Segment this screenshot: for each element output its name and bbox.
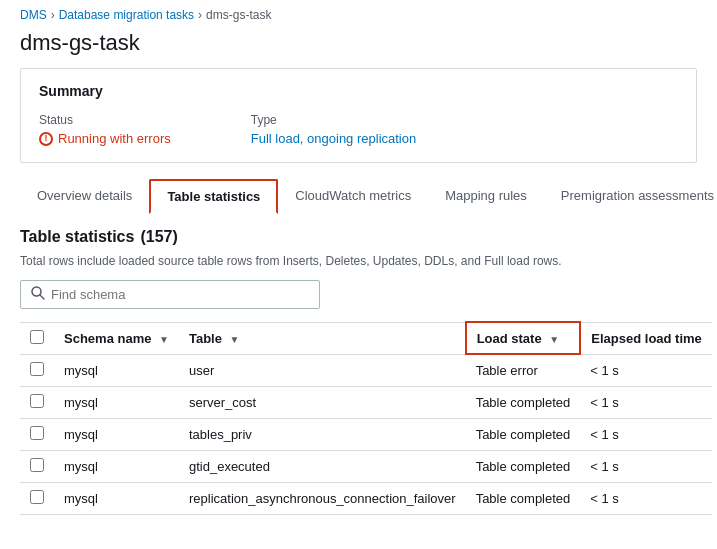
row-checkbox-cell	[20, 450, 54, 482]
status-text: Running with errors	[58, 131, 171, 146]
row-schema: mysql	[54, 450, 179, 482]
row-table: user	[179, 354, 466, 386]
search-input[interactable]	[51, 287, 309, 302]
breadcrumb-dms[interactable]: DMS	[20, 8, 47, 22]
table-row: mysql gtid_executed Table completed < 1 …	[20, 450, 712, 482]
status-field: Status ! Running with errors	[39, 113, 171, 146]
col-checkbox	[20, 322, 54, 354]
table-row: mysql server_cost Table completed < 1 s	[20, 386, 712, 418]
breadcrumb-current: dms-gs-task	[206, 8, 271, 22]
row-schema: mysql	[54, 386, 179, 418]
row-checkbox-cell	[20, 418, 54, 450]
row-schema: mysql	[54, 354, 179, 386]
row-schema: mysql	[54, 482, 179, 514]
row-load-state: Table completed	[466, 450, 581, 482]
breadcrumb-sep-1: ›	[51, 8, 55, 22]
table-row: mysql tables_priv Table completed < 1 s	[20, 418, 712, 450]
col-load-state: Load state ▼	[466, 322, 581, 354]
table-row: mysql replication_asynchronous_connectio…	[20, 482, 712, 514]
svg-line-1	[40, 295, 44, 299]
breadcrumb: DMS › Database migration tasks › dms-gs-…	[0, 0, 717, 26]
row-load-state: Table completed	[466, 482, 581, 514]
col-table: Table ▼	[179, 322, 466, 354]
tab-cloudwatch[interactable]: CloudWatch metrics	[278, 179, 428, 214]
row-elapsed: < 1 s	[580, 418, 712, 450]
data-table: Schema name ▼ Table ▼ Load state ▼ Elaps…	[20, 321, 712, 515]
summary-card: Summary Status ! Running with errors Typ…	[20, 68, 697, 163]
col-schema: Schema name ▼	[54, 322, 179, 354]
load-state-sort-icon[interactable]: ▼	[549, 334, 559, 345]
row-schema: mysql	[54, 418, 179, 450]
section-count: (157)	[140, 228, 177, 246]
status-value: ! Running with errors	[39, 131, 171, 146]
breadcrumb-sep-2: ›	[198, 8, 202, 22]
row-checkbox[interactable]	[30, 426, 44, 440]
row-checkbox[interactable]	[30, 458, 44, 472]
row-checkbox[interactable]	[30, 490, 44, 504]
row-load-state: Table completed	[466, 386, 581, 418]
row-load-state: Table error	[466, 354, 581, 386]
row-elapsed: < 1 s	[580, 354, 712, 386]
tab-overview[interactable]: Overview details	[20, 179, 149, 214]
error-icon: !	[39, 132, 53, 146]
section-title: Table statistics	[20, 228, 134, 246]
section-description: Total rows include loaded source table r…	[20, 254, 697, 268]
row-load-state: Table completed	[466, 418, 581, 450]
row-checkbox-cell	[20, 482, 54, 514]
col-load-state-label: Load state	[477, 331, 542, 346]
type-value: Full load, ongoing replication	[251, 131, 417, 146]
row-elapsed: < 1 s	[580, 450, 712, 482]
col-table-label: Table	[189, 331, 222, 346]
col-elapsed: Elapsed load time	[580, 322, 712, 354]
schema-sort-icon[interactable]: ▼	[159, 334, 169, 345]
table-sort-icon[interactable]: ▼	[230, 334, 240, 345]
row-table: replication_asynchronous_connection_fail…	[179, 482, 466, 514]
table-row: mysql user Table error < 1 s	[20, 354, 712, 386]
page-title: dms-gs-task	[0, 26, 717, 68]
row-table: tables_priv	[179, 418, 466, 450]
col-schema-label: Schema name	[64, 331, 151, 346]
row-table: server_cost	[179, 386, 466, 418]
select-all-checkbox[interactable]	[30, 330, 44, 344]
row-checkbox[interactable]	[30, 362, 44, 376]
row-checkbox[interactable]	[30, 394, 44, 408]
breadcrumb-migration-tasks[interactable]: Database migration tasks	[59, 8, 194, 22]
summary-heading: Summary	[39, 83, 678, 99]
row-elapsed: < 1 s	[580, 386, 712, 418]
row-elapsed: < 1 s	[580, 482, 712, 514]
search-icon	[31, 286, 45, 303]
tab-table-statistics[interactable]: Table statistics	[149, 179, 278, 214]
status-label: Status	[39, 113, 171, 127]
tabs-bar: Overview details Table statistics CloudW…	[20, 179, 697, 214]
row-checkbox-cell	[20, 386, 54, 418]
col-elapsed-label: Elapsed load time	[591, 331, 702, 346]
tab-mapping[interactable]: Mapping rules	[428, 179, 544, 214]
type-field: Type Full load, ongoing replication	[251, 113, 417, 146]
type-label: Type	[251, 113, 417, 127]
tab-premigration[interactable]: Premigration assessments	[544, 179, 717, 214]
content-area: Table statistics (157) Total rows includ…	[0, 214, 717, 515]
row-checkbox-cell	[20, 354, 54, 386]
search-box[interactable]	[20, 280, 320, 309]
row-table: gtid_executed	[179, 450, 466, 482]
